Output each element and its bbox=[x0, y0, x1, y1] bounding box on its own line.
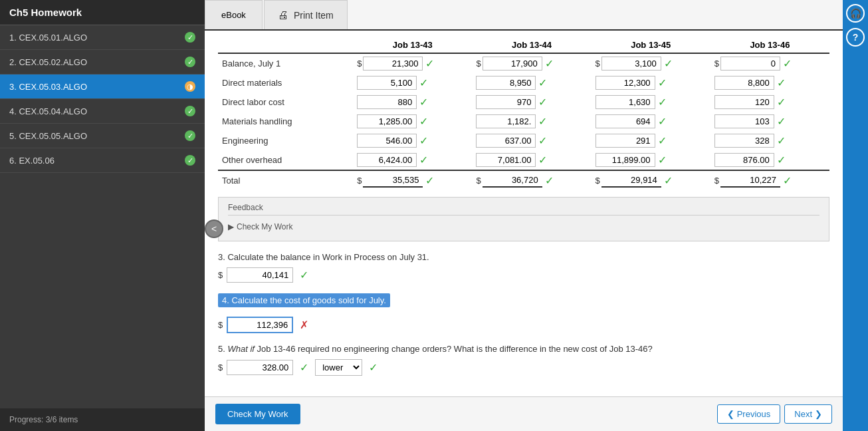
input-eng-2[interactable] bbox=[476, 134, 536, 148]
sidebar-item-label-3: 3. CEX.05.03.ALGO bbox=[9, 82, 185, 92]
next-chevron-icon: ❯ bbox=[815, 409, 822, 419]
q5-num: 5. bbox=[218, 344, 227, 354]
input-eng-4[interactable] bbox=[714, 134, 774, 148]
input-eng-1[interactable] bbox=[357, 134, 417, 148]
input-balance-1[interactable] bbox=[363, 57, 423, 71]
next-button[interactable]: Next ❯ bbox=[784, 404, 832, 424]
check-dlc-3: ✓ bbox=[655, 96, 669, 108]
check-total-3: ✓ bbox=[661, 174, 675, 187]
input-balance-4[interactable] bbox=[720, 57, 780, 71]
q5-select[interactable]: lower higher bbox=[315, 359, 362, 376]
table-row: Engineering ✓ ✓ ✓ ✓ bbox=[218, 131, 829, 150]
input-oh-1[interactable] bbox=[357, 153, 417, 167]
check-oh-1: ✓ bbox=[417, 154, 431, 166]
print-label: Print Item bbox=[294, 10, 334, 21]
sidebar-item-2[interactable]: 2. CEX.05.02.ALGO ✓ bbox=[0, 50, 205, 74]
table-row: Balance, July 1 $✓ $✓ $✓ $✓ bbox=[218, 53, 829, 73]
question-4-answer-row: $ ✗ bbox=[218, 317, 829, 333]
nav-buttons: ❮ Previous Next ❯ bbox=[717, 404, 832, 424]
row-label-balance: Balance, July 1 bbox=[218, 53, 353, 73]
input-dm-2[interactable] bbox=[476, 76, 536, 90]
sidebar-item-1[interactable]: 1. CEX.05.01.ALGO ✓ bbox=[0, 25, 205, 50]
sidebar-dot-4: ✓ bbox=[185, 106, 195, 116]
input-dm-1[interactable] bbox=[357, 76, 417, 90]
row-label-eng: Engineering bbox=[218, 131, 353, 150]
print-icon: 🖨 bbox=[278, 9, 288, 21]
check-total-2: ✓ bbox=[542, 174, 556, 187]
ebook-tab[interactable]: eBook bbox=[205, 0, 263, 29]
bottom-bar: Check My Work ❮ Previous Next ❯ bbox=[205, 396, 843, 431]
ebook-label: eBook bbox=[221, 10, 246, 20]
input-oh-4[interactable] bbox=[714, 153, 774, 167]
total-row: Total $✓ $✓ $✓ $✓ bbox=[218, 170, 829, 190]
input-balance-2[interactable] bbox=[483, 57, 542, 71]
input-mh-4[interactable] bbox=[714, 114, 774, 128]
check-dm-3: ✓ bbox=[655, 76, 669, 89]
collapse-button[interactable]: < bbox=[205, 219, 223, 238]
check-my-work-text: Check My Work bbox=[237, 222, 292, 231]
input-dlc-1[interactable] bbox=[357, 95, 417, 109]
input-mh-3[interactable] bbox=[596, 114, 655, 128]
table-row: Other overhead ✓ ✓ ✓ ✓ bbox=[218, 150, 829, 170]
input-total-4[interactable] bbox=[720, 174, 780, 188]
check-dlc-1: ✓ bbox=[417, 96, 431, 108]
check-balance-3: ✓ bbox=[661, 57, 675, 70]
check-mh-1: ✓ bbox=[417, 115, 431, 128]
q3-input[interactable] bbox=[227, 267, 293, 283]
q3-dollar: $ bbox=[218, 270, 223, 280]
print-button[interactable]: 🖨 Print Item bbox=[264, 0, 348, 29]
check-my-work-link[interactable]: ▶ Check My Work bbox=[228, 218, 819, 235]
input-dm-3[interactable] bbox=[596, 76, 655, 90]
sidebar-item-6[interactable]: 6. EX.05.06 ✓ bbox=[0, 148, 205, 173]
input-oh-3[interactable] bbox=[596, 153, 655, 167]
table-row: Direct materials ✓ ✓ ✓ ✓ bbox=[218, 73, 829, 92]
sidebar-dot-2: ✓ bbox=[185, 57, 195, 67]
q5-select-check: ✓ bbox=[366, 361, 380, 374]
q5-input[interactable] bbox=[227, 360, 293, 375]
col-header-1: Job 13-43 bbox=[353, 37, 472, 53]
sidebar-item-5[interactable]: 5. CEX.05.05.ALGO ✓ bbox=[0, 124, 205, 148]
q5-italic: What if bbox=[227, 344, 254, 354]
check-eng-1: ✓ bbox=[417, 134, 431, 147]
question-5-answer-row: $ ✓ lower higher ✓ bbox=[218, 359, 829, 376]
check-my-work-button[interactable]: Check My Work bbox=[215, 404, 300, 424]
q3-check: ✓ bbox=[297, 269, 311, 281]
question-4-section: 4. Calculate the cost of goods sold for … bbox=[218, 293, 829, 333]
check-mh-4: ✓ bbox=[774, 115, 788, 128]
check-oh-2: ✓ bbox=[536, 154, 550, 166]
input-total-3[interactable] bbox=[601, 174, 661, 188]
question-5-section: 5. What if Job 13-46 required no enginee… bbox=[218, 344, 829, 376]
question-icon[interactable]: ? bbox=[846, 28, 865, 47]
previous-button[interactable]: ❮ Previous bbox=[717, 404, 781, 424]
input-eng-3[interactable] bbox=[596, 134, 655, 148]
headset-icon[interactable]: 🎧 bbox=[846, 4, 865, 23]
check-oh-4: ✓ bbox=[774, 154, 788, 166]
sidebar-dot-5: ✓ bbox=[185, 130, 195, 141]
input-mh-1[interactable] bbox=[357, 114, 417, 128]
row-label-oh: Other overhead bbox=[218, 150, 353, 170]
sidebar-item-label-4: 4. CEX.05.04.ALGO bbox=[9, 106, 185, 116]
sidebar-item-3[interactable]: 3. CEX.05.03.ALGO ◑ bbox=[0, 74, 205, 99]
table-row: Direct labor cost ✓ ✓ ✓ ✓ bbox=[218, 92, 829, 112]
sidebar-item-label-2: 2. CEX.05.02.ALGO bbox=[9, 57, 185, 67]
input-dlc-2[interactable] bbox=[476, 95, 536, 109]
right-panel: 🎧 ? bbox=[843, 0, 868, 431]
input-total-2[interactable] bbox=[483, 174, 542, 188]
input-total-1[interactable] bbox=[363, 174, 423, 188]
q4-input[interactable] bbox=[227, 317, 293, 333]
check-eng-3: ✓ bbox=[655, 134, 669, 147]
check-dlc-2: ✓ bbox=[536, 96, 550, 108]
check-dm-2: ✓ bbox=[536, 76, 550, 89]
input-dlc-3[interactable] bbox=[596, 95, 655, 109]
check-dm-4: ✓ bbox=[774, 76, 788, 89]
sidebar-item-4[interactable]: 4. CEX.05.04.ALGO ✓ bbox=[0, 99, 205, 124]
question-3-answer-row: $ ✓ bbox=[218, 267, 829, 283]
progress-label: Progress: 3/6 items bbox=[0, 408, 205, 431]
next-label: Next bbox=[794, 409, 812, 419]
input-dlc-4[interactable] bbox=[714, 95, 774, 109]
input-mh-2[interactable] bbox=[476, 114, 536, 128]
input-oh-2[interactable] bbox=[476, 153, 536, 167]
input-balance-3[interactable] bbox=[601, 57, 661, 71]
row-label-mh: Materials handling bbox=[218, 112, 353, 131]
input-dm-4[interactable] bbox=[714, 76, 774, 90]
